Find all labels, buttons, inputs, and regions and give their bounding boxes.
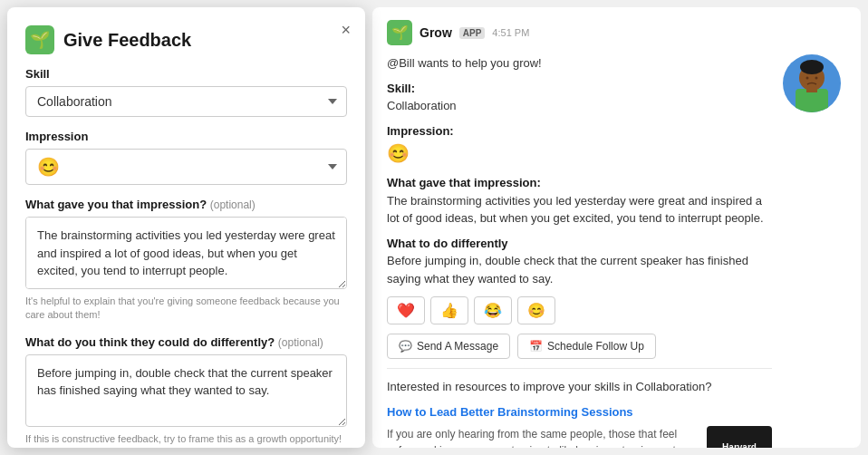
message-body: @Bill wants to help you grow! Skill: Col…	[387, 54, 846, 448]
what-different-value-chat: Before jumping in, double check that the…	[387, 252, 772, 287]
avatar-area	[783, 54, 846, 448]
divider	[387, 368, 772, 369]
resource-link[interactable]: How to Lead Better Brainstorming Session…	[387, 403, 772, 421]
resource-text: If you are only hearing from the same pe…	[387, 426, 698, 448]
modal-header: 🌱 Give Feedback ×	[25, 25, 347, 54]
reaction-smile[interactable]: 😊	[517, 296, 555, 324]
what-different-textarea[interactable]: Before jumping in, double check that the…	[25, 354, 347, 427]
what-different-label: What do you think they could do differen…	[25, 335, 347, 349]
calendar-icon: 📅	[529, 340, 543, 353]
resource-area: If you are only hearing from the same pe…	[387, 426, 772, 448]
send-message-label: Send A Message	[417, 340, 498, 353]
reaction-row: ❤️ 👍 😂 😊	[387, 296, 772, 324]
what-gave-group: What gave you that impression? (optional…	[25, 198, 347, 323]
modal-title: Give Feedback	[63, 30, 191, 51]
message-sender: Grow	[420, 25, 452, 40]
what-different-group: What do you think they could do differen…	[25, 335, 347, 446]
what-gave-label-chat: What gave that impression:	[387, 176, 541, 189]
impression-emoji-chat: 😊	[387, 140, 772, 167]
what-gave-label: What gave you that impression? (optional…	[25, 198, 347, 211]
skill-label-chat: Skill:	[387, 82, 415, 95]
skill-select[interactable]: Collaboration	[25, 86, 347, 117]
reaction-thumbs-up[interactable]: 👍	[430, 296, 468, 324]
what-gave-hint: It's helpful to explain that you're givi…	[25, 295, 347, 323]
avatar	[783, 54, 841, 112]
what-different-label-chat: What to do differently	[387, 237, 508, 250]
action-row: 💬 Send A Message 📅 Schedule Follow Up	[387, 334, 772, 359]
svg-point-4	[806, 77, 809, 80]
hbr-line1: Harvard	[719, 441, 759, 449]
send-message-button[interactable]: 💬 Send A Message	[387, 334, 510, 359]
skill-group: Skill Collaboration	[25, 67, 347, 117]
grow-app-icon: 🌱	[25, 25, 54, 54]
schedule-follow-up-label: Schedule Follow Up	[547, 340, 644, 353]
give-feedback-modal: 🌱 Give Feedback × Skill Collaboration Im…	[7, 7, 365, 448]
resource-question: Interested in resources to improve your …	[387, 378, 772, 396]
what-different-hint: If this is constructive feedback, try to…	[25, 432, 347, 446]
schedule-follow-up-button[interactable]: 📅 Schedule Follow Up	[517, 334, 656, 359]
skill-value-chat: Collaboration	[387, 97, 772, 115]
impression-label: Impression	[25, 130, 347, 143]
message-time: 4:51 PM	[492, 27, 529, 38]
chat-icon: 💬	[399, 340, 412, 353]
skill-label: Skill	[25, 67, 347, 81]
impression-select[interactable]: 😊	[25, 149, 347, 185]
message-content: @Bill wants to help you grow! Skill: Col…	[387, 54, 772, 448]
svg-point-5	[815, 77, 818, 80]
reaction-heart[interactable]: ❤️	[387, 296, 425, 324]
hbr-badge: Harvard Business Review	[707, 426, 772, 448]
what-gave-textarea[interactable]: The brainstorming activities you led yes…	[25, 217, 347, 289]
avatar-svg	[783, 54, 841, 112]
impression-label-chat: Impression:	[387, 124, 454, 138]
what-gave-value-chat: The brainstorming activities you led yes…	[387, 192, 772, 228]
what-gave-optional: (optional)	[210, 198, 256, 211]
svg-point-3	[800, 60, 824, 74]
reaction-laugh[interactable]: 😂	[474, 296, 512, 324]
chat-message-area: 🌱 Grow APP 4:51 PM @Bill wants to help y…	[372, 7, 861, 448]
chat-panel: 🌱 Grow APP 4:51 PM @Bill wants to help y…	[372, 7, 861, 448]
impression-group: Impression 😊	[25, 130, 347, 185]
chat-app-icon: 🌱	[387, 20, 412, 45]
hbr-text: Harvard Business Review	[719, 441, 759, 449]
what-different-optional: (optional)	[278, 336, 323, 349]
app-badge: APP	[459, 27, 486, 39]
intro-text: @Bill wants to help you grow!	[387, 54, 772, 73]
message-header: 🌱 Grow APP 4:51 PM	[387, 20, 846, 45]
close-button[interactable]: ×	[341, 22, 351, 38]
